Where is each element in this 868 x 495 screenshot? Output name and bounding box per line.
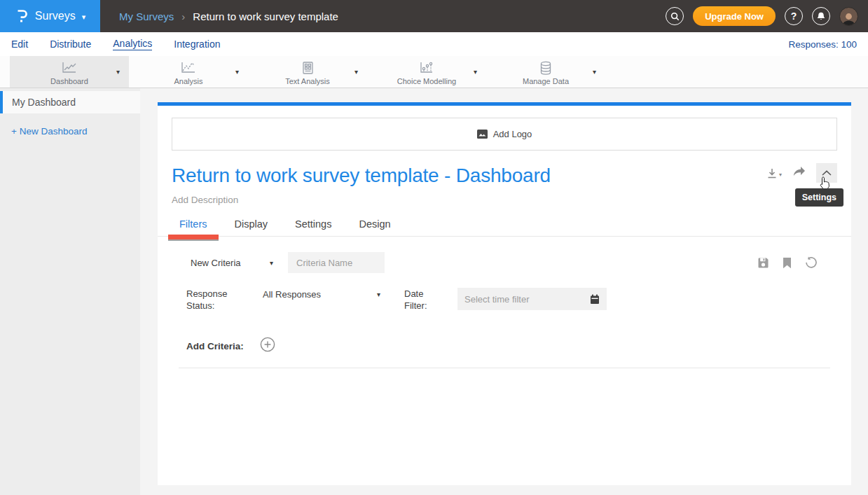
chevron-down-icon: ▾	[270, 259, 273, 267]
toolbar-item-analysis[interactable]: Analysis ▾	[129, 56, 248, 88]
choice-modelling-icon	[418, 60, 435, 76]
reset-icon	[805, 256, 818, 269]
menu-item-integration[interactable]: Integration	[174, 39, 220, 50]
main-area: Add Logo Return to work survey template …	[140, 88, 868, 495]
app-screen: Surveys ▾ My Surveys › Return to work su…	[0, 0, 868, 495]
bookmark-criteria-button[interactable]	[783, 257, 792, 269]
user-avatar[interactable]	[839, 7, 858, 26]
menu-item-distribute[interactable]: Distribute	[50, 39, 91, 50]
add-logo-dropzone[interactable]: Add Logo	[172, 118, 837, 151]
product-name: Surveys	[35, 10, 76, 22]
tab-settings[interactable]: Settings	[294, 218, 332, 236]
filters-panel: New Criteria ▾	[158, 252, 851, 368]
chevron-down-icon: ▾	[82, 11, 86, 22]
date-filter-label: Date Filter:	[404, 288, 439, 312]
database-icon	[539, 60, 553, 76]
share-forward-icon	[792, 166, 806, 177]
date-filter-field[interactable]	[457, 288, 607, 310]
mouse-cursor-hand	[817, 176, 831, 191]
date-filter-input[interactable]	[464, 294, 590, 305]
analytics-toolbar: Dashboard ▾ Analysis ▾ Text Analysis ▾ C…	[0, 56, 868, 88]
reset-criteria-button[interactable]	[805, 256, 818, 269]
notifications-button[interactable]	[812, 7, 830, 25]
toolbar-item-label: Analysis	[174, 77, 203, 85]
questionpro-logo-icon	[15, 8, 29, 24]
dashboard-tabs: Filters Display Settings Design	[158, 218, 851, 237]
text-analysis-icon	[301, 60, 315, 76]
chevron-down-icon: ▾	[779, 172, 782, 178]
section-divider	[179, 368, 830, 368]
criteria-actions	[757, 256, 818, 269]
search-icon	[670, 12, 680, 21]
tab-filters[interactable]: Filters	[179, 218, 207, 236]
add-logo-label: Add Logo	[493, 129, 532, 139]
new-dashboard-button[interactable]: + New Dashboard	[11, 126, 140, 137]
toolbar-item-manage-data[interactable]: Manage Data ▾	[486, 56, 605, 88]
toolbar-item-label: Dashboard	[50, 77, 88, 85]
breadcrumb-separator: ›	[181, 11, 185, 22]
top-actions: Upgrade Now ?	[666, 6, 858, 26]
response-status-value: All Responses	[263, 289, 321, 300]
plus-circle-icon	[260, 337, 275, 352]
chevron-up-icon	[822, 170, 832, 176]
toolbar-item-label: Text Analysis	[285, 77, 330, 85]
add-criteria-button[interactable]	[260, 337, 275, 355]
criteria-name-input[interactable]	[288, 252, 385, 273]
response-status-dropdown[interactable]: All Responses ▾	[263, 288, 380, 300]
add-criteria-label: Add Criteria:	[186, 341, 244, 351]
image-icon	[477, 130, 488, 139]
chevron-down-icon[interactable]: ▾	[593, 67, 596, 75]
sidebar-item-my-dashboard[interactable]: My Dashboard	[0, 91, 140, 113]
save-criteria-button[interactable]	[757, 257, 769, 269]
tab-design[interactable]: Design	[358, 218, 391, 236]
top-bar: Surveys ▾ My Surveys › Return to work su…	[0, 0, 868, 32]
toolbar-item-label: Manage Data	[523, 77, 569, 85]
menu-item-edit[interactable]: Edit	[11, 39, 28, 50]
survey-menu-bar: Edit Distribute Analytics Integration Re…	[0, 32, 868, 56]
toolbar-item-choice-modelling[interactable]: Choice Modelling ▾	[367, 56, 486, 88]
bell-icon	[817, 12, 825, 21]
avatar-person-icon	[841, 12, 856, 25]
product-switcher[interactable]: Surveys ▾	[0, 0, 100, 32]
breadcrumb-my-surveys[interactable]: My Surveys	[119, 11, 174, 22]
response-status-label: Response Status:	[186, 288, 235, 312]
criteria-dropdown-value: New Criteria	[191, 258, 241, 268]
help-button[interactable]: ?	[785, 7, 803, 25]
tab-display[interactable]: Display	[233, 218, 268, 236]
trend-chart-icon	[179, 60, 198, 76]
toolbar-item-label: Choice Modelling	[397, 77, 456, 85]
question-mark-icon: ?	[791, 11, 797, 22]
dashboard-sidebar: My Dashboard + New Dashboard	[0, 88, 140, 495]
menu-item-analytics[interactable]: Analytics	[113, 38, 152, 50]
search-button[interactable]	[666, 7, 684, 25]
save-icon	[757, 257, 769, 269]
add-description-placeholder[interactable]: Add Description	[172, 195, 837, 205]
download-button[interactable]: ▾	[766, 167, 782, 179]
chevron-down-icon[interactable]: ▾	[354, 67, 358, 75]
breadcrumb-current-survey: Return to work survey template	[193, 11, 338, 22]
upgrade-now-button[interactable]: Upgrade Now	[693, 6, 776, 26]
share-button[interactable]	[792, 166, 806, 180]
calendar-icon	[590, 294, 600, 305]
toolbar-item-dashboard[interactable]: Dashboard ▾	[10, 56, 129, 88]
bookmark-icon	[783, 257, 792, 269]
chevron-down-icon[interactable]: ▾	[235, 67, 239, 75]
breadcrumb: My Surveys › Return to work survey templ…	[119, 11, 338, 22]
chevron-down-icon[interactable]: ▾	[116, 67, 120, 75]
chevron-down-icon[interactable]: ▾	[474, 67, 477, 75]
responses-count[interactable]: Responses: 100	[788, 39, 857, 50]
dashboard-title[interactable]: Return to work survey template - Dashboa…	[172, 165, 837, 187]
line-chart-icon	[60, 60, 78, 76]
criteria-dropdown[interactable]: New Criteria ▾	[191, 258, 273, 268]
chevron-down-icon: ▾	[377, 291, 380, 298]
toolbar-item-text-analysis[interactable]: Text Analysis ▾	[248, 56, 367, 88]
dashboard-panel: Add Logo Return to work survey template …	[158, 102, 851, 485]
download-icon	[766, 167, 778, 179]
